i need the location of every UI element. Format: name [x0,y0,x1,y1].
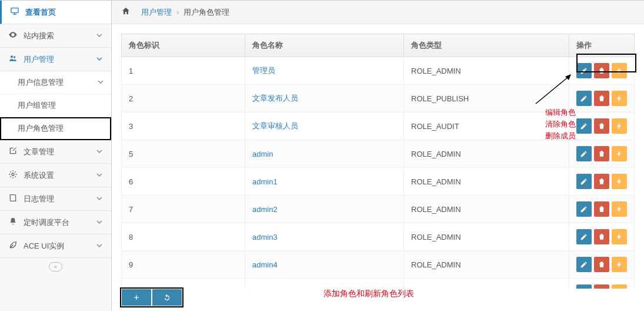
sidebar-item-label: 用户管理 [24,54,95,65]
cell-name[interactable]: admin2 [245,196,404,223]
svg-point-1 [11,55,13,58]
edit-button[interactable] [576,257,592,272]
leaf-icon [7,240,19,252]
delete-button[interactable] [594,91,609,106]
sidebar-submenu: 用户信息管理用户组管理用户角色管理 [0,71,111,140]
footer-button-group [121,289,182,306]
pencil-square-icon [7,146,19,157]
edit-button[interactable] [576,201,592,217]
table-row: 8admin3ROLE_ADMIN [122,223,635,251]
table-row: 5adminROLE_ADMIN [122,140,635,168]
cell-id: 3 [122,113,245,140]
cell-name[interactable]: admin [245,140,404,168]
sidebar-collapse[interactable]: « [0,258,111,275]
delete-button[interactable] [594,229,609,244]
sidebar-item-5[interactable]: 日志管理 [0,187,111,211]
cell-name[interactable]: admin5 [245,279,404,289]
cell-name[interactable]: admin1 [245,168,404,196]
cell-ops [569,279,635,289]
refresh-button[interactable] [152,289,182,306]
members-button[interactable] [612,118,627,134]
add-role-button[interactable] [122,289,151,306]
sidebar-item-2[interactable]: 用户管理 [0,48,111,71]
sidebar-item-4[interactable]: 系统设置 [0,164,111,187]
monitor-icon [9,6,21,18]
chevron-down-icon [96,77,105,88]
sidebar-item-label: 查看首页 [25,7,104,18]
members-button[interactable] [612,91,627,106]
cell-id: 10 [122,279,245,289]
delete-button[interactable] [594,284,609,289]
content: 角色标识 角色名称 角色类型 操作 1管理员ROLE_ADMIN2文章发布人员R… [112,24,644,289]
sidebar-subitem-2[interactable]: 用户角色管理 [0,117,111,140]
breadcrumb-parent[interactable]: 用户管理 [141,7,172,18]
table-row: 9admin4ROLE_ADMIN [122,251,635,279]
breadcrumb-separator: › [176,8,179,16]
members-button[interactable] [612,229,627,244]
members-button[interactable] [612,174,627,189]
home-icon[interactable] [120,6,132,18]
roles-table: 角色标识 角色名称 角色类型 操作 1管理员ROLE_ADMIN2文章发布人员R… [121,34,635,289]
cell-id: 5 [122,140,245,168]
sidebar-item-label: ACE UI实例 [24,241,95,252]
members-button[interactable] [612,146,627,161]
svg-point-2 [14,56,15,58]
edit-button[interactable] [576,284,592,289]
members-button[interactable] [612,201,627,217]
cell-name[interactable]: 文章审核人员 [245,113,404,140]
sidebar-item-1[interactable]: 站内搜索 [0,24,111,48]
sidebar-item-3[interactable]: 文章管理 [0,140,111,164]
collapse-icon: « [49,262,62,272]
sidebar-subitem-0[interactable]: 用户信息管理 [0,71,111,94]
cell-name[interactable]: admin3 [245,223,404,251]
cell-type: ROLE_ADMIN [404,279,569,289]
chevron-down-icon [95,31,104,41]
col-id: 角色标识 [122,34,245,57]
eye-icon [7,30,19,41]
table-row: 6admin1ROLE_ADMIN [122,168,635,196]
cell-id: 7 [122,196,245,223]
edit-button[interactable] [576,174,592,189]
delete-button[interactable] [594,174,609,189]
delete-button[interactable] [594,63,609,78]
edit-button[interactable] [576,63,592,78]
chevron-down-icon [95,241,104,252]
table-row: 7admin2ROLE_ADMIN [122,196,635,223]
cell-type: ROLE_PUBLISH [404,85,569,113]
col-ops: 操作 [569,34,635,57]
members-button[interactable] [612,63,627,78]
members-button[interactable] [612,284,627,289]
edit-button[interactable] [576,91,592,106]
cell-type: ROLE_AUDIT [404,113,569,140]
cell-name[interactable]: admin4 [245,251,404,279]
edit-button[interactable] [576,146,592,161]
cell-ops [569,223,635,251]
cell-name[interactable]: 管理员 [245,57,404,85]
main-area: 用户管理 › 用户角色管理 角色标识 角色名称 角色类型 操作 1管理员ROLE… [112,1,644,311]
sidebar-item-6[interactable]: 定时调度平台 [0,211,111,234]
table-row: 2文章发布人员ROLE_PUBLISH [122,85,635,113]
cell-ops [569,168,635,196]
cell-name[interactable]: 文章发布人员 [245,85,404,113]
edit-button[interactable] [576,118,592,134]
delete-button[interactable] [594,257,609,272]
cell-ops [569,113,635,140]
chevron-down-icon [95,170,104,181]
cell-ops [569,57,635,85]
delete-button[interactable] [594,118,609,134]
chevron-down-icon [95,147,104,157]
chevron-down-icon [95,54,104,65]
members-button[interactable] [612,257,627,272]
cell-id: 2 [122,85,245,113]
sidebar-subitem-1[interactable]: 用户组管理 [0,94,111,117]
sidebar-item-0[interactable]: 查看首页 [0,1,111,24]
delete-button[interactable] [594,146,609,161]
delete-button[interactable] [594,201,609,217]
edit-button[interactable] [576,229,592,244]
sidebar-item-label: 文章管理 [24,147,95,157]
sidebar-item-7[interactable]: ACE UI实例 [0,234,111,258]
cell-type: ROLE_ADMIN [404,57,569,85]
sidebar-item-label: 站内搜索 [24,31,95,41]
chevron-down-icon [95,217,104,228]
cell-ops [569,85,635,113]
